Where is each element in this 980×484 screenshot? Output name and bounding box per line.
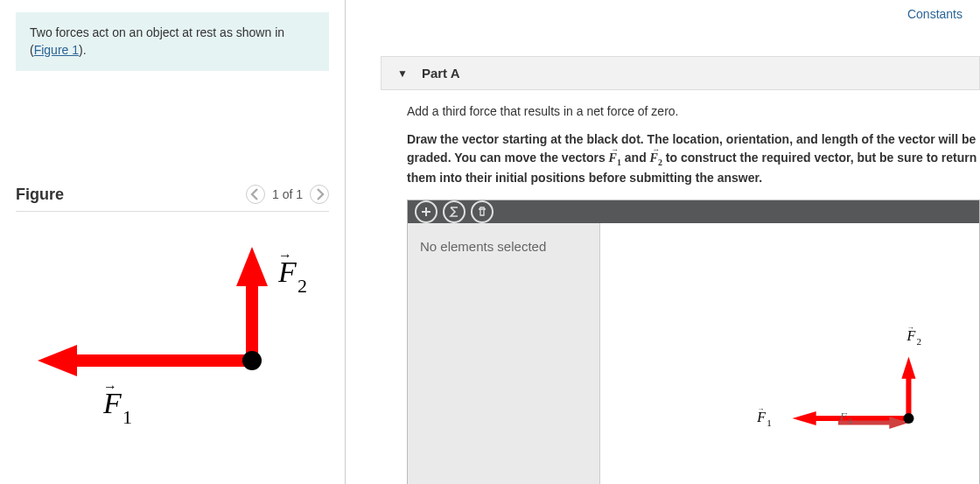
add-vector-button[interactable] [415,200,438,223]
part-body: Add a third force that results in a net … [346,90,980,484]
plus-icon [420,206,432,218]
right-panel: Constants ▼ Part A Add a third force tha… [346,0,980,484]
canvas-f2-sub: 2 [917,336,922,347]
svg-text:→: → [906,324,914,332]
canvas-f3-sub: 3 [848,417,852,425]
delete-button[interactable] [471,200,494,223]
drawing-area: No elements selected [407,200,980,484]
inspector-text: No elements selected [420,239,546,254]
trash-icon [476,206,488,218]
figure-f2-sub: 2 [298,275,307,297]
svg-point-4 [242,351,262,370]
svg-text:F: F [839,410,848,423]
figure-title: Figure [16,186,64,204]
svg-point-17 [903,413,914,424]
chevron-left-icon [247,186,264,203]
inspector-panel: No elements selected [408,223,600,484]
svg-text:2: 2 [917,336,922,347]
svg-marker-12 [793,411,816,425]
svg-text:→: → [278,248,292,263]
left-panel: Two forces act on an object at rest as s… [0,0,346,484]
figure-f1-sub: 1 [122,406,132,428]
svg-text:1: 1 [122,406,132,428]
svg-marker-14 [901,356,915,378]
part-label: Part A [422,66,460,81]
part-prompt: Add a third force that results in a net … [407,104,980,118]
pager-text: 1 of 1 [272,187,303,201]
vec-f2-sub: 2 [658,158,662,167]
figure-header: Figure 1 of 1 [16,185,329,212]
sum-button[interactable] [443,200,466,223]
svg-text:→: → [757,405,764,413]
canvas-f1-sub: 1 [766,417,772,428]
canvas-f3-letter: F [839,410,848,423]
svg-text:→: → [103,379,117,394]
problem-text-2: ). [79,43,87,57]
drawing-toolbar [408,200,979,223]
vec-f2-inline: →F2 [650,150,662,165]
part-header[interactable]: ▼ Part A [381,56,980,90]
sigma-icon [448,206,460,218]
vec-f1-inline: →F1 [609,150,621,165]
chevron-right-icon [311,186,328,203]
drawing-canvas[interactable]: F → 1 F → 2 F 3 [600,223,979,484]
problem-statement: Two forces act on an object at rest as s… [16,12,329,71]
svg-text:3: 3 [848,417,852,425]
next-figure-button[interactable] [310,185,329,204]
svg-text:2: 2 [298,275,307,297]
figure-canvas: F → 2 F → 1 [16,229,329,439]
svg-marker-3 [236,247,268,286]
figure-link[interactable]: Figure 1 [34,43,79,57]
instr-2: and [625,151,650,165]
prev-figure-button[interactable] [246,185,265,204]
constants-link[interactable]: Constants [907,7,962,21]
collapse-icon: ▼ [397,67,408,80]
figure-pager: 1 of 1 [246,185,329,204]
svg-text:1: 1 [766,417,772,428]
vec-f1-sub: 1 [617,158,621,167]
part-instructions: Draw the vector starting at the black do… [407,130,980,187]
svg-marker-1 [38,345,77,376]
